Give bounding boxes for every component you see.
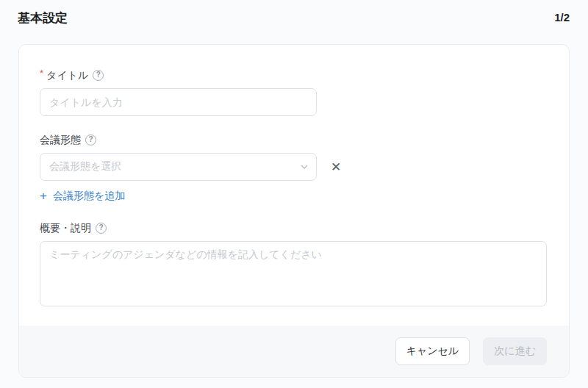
required-asterisk: * xyxy=(40,68,43,79)
title-label: タイトル xyxy=(46,68,88,82)
title-input[interactable] xyxy=(40,88,317,116)
help-icon[interactable]: ? xyxy=(93,70,104,81)
meeting-type-label: 会議形態 xyxy=(40,132,81,147)
meeting-type-select[interactable]: 会議形態を選択 xyxy=(40,153,317,181)
cancel-button[interactable]: キャンセル xyxy=(395,337,470,365)
meeting-type-select-row: 会議形態を選択 ✕ xyxy=(40,153,547,181)
plus-icon: + xyxy=(40,190,47,202)
form-body: * タイトル ? 会議形態 ? 会議形態を選択 xyxy=(19,45,569,326)
close-icon: ✕ xyxy=(331,160,341,174)
description-field: 概要・説明 ? xyxy=(40,220,547,306)
meeting-type-label-row: 会議形態 ? xyxy=(40,132,547,147)
meeting-type-field: 会議形態 ? 会議形態を選択 ✕ + 会議形態を追加 xyxy=(40,132,547,203)
page-title: 基本設定 xyxy=(18,10,68,27)
next-button[interactable]: 次に進む xyxy=(483,337,547,365)
description-label: 概要・説明 xyxy=(40,220,91,235)
title-label-row: * タイトル ? xyxy=(40,68,547,82)
description-textarea[interactable] xyxy=(40,241,547,306)
title-field: * タイトル ? xyxy=(40,68,547,116)
chevron-down-icon xyxy=(300,162,309,171)
meeting-type-select-placeholder: 会議形態を選択 xyxy=(49,160,121,173)
step-indicator: 1/2 xyxy=(554,10,570,26)
page-header: 基本設定 1/2 xyxy=(0,0,588,27)
form-footer: キャンセル 次に進む xyxy=(19,326,569,377)
description-label-row: 概要・説明 ? xyxy=(40,220,547,235)
help-icon[interactable]: ? xyxy=(96,223,107,234)
basic-settings-card: * タイトル ? 会議形態 ? 会議形態を選択 xyxy=(18,44,570,378)
help-icon[interactable]: ? xyxy=(85,134,96,146)
clear-select-button[interactable]: ✕ xyxy=(329,159,343,175)
add-meeting-type-link[interactable]: + 会議形態を追加 xyxy=(40,188,125,203)
add-meeting-type-label: 会議形態を追加 xyxy=(53,188,125,203)
